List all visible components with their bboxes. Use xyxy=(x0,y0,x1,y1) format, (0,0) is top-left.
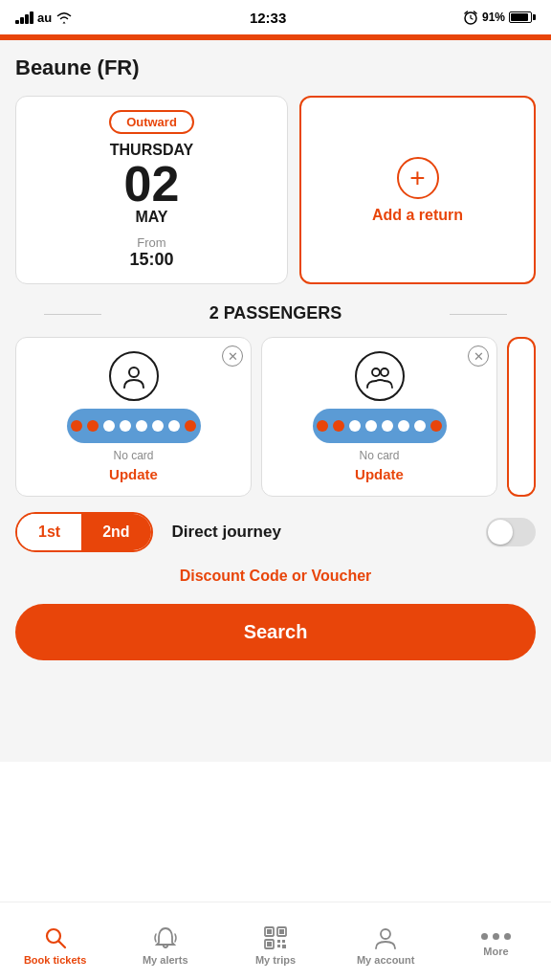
date-number: 02 xyxy=(124,159,180,209)
loyalty-card-2 xyxy=(313,409,447,443)
carrier-label: au xyxy=(37,11,52,25)
battery-icon xyxy=(509,11,536,23)
svg-rect-9 xyxy=(279,929,284,934)
bottom-nav: Book tickets My alerts My trips xyxy=(0,902,551,980)
time-display: 12:33 xyxy=(250,10,286,26)
nav-my-account-label: My account xyxy=(357,954,415,966)
add-passenger-card-partial[interactable] xyxy=(507,337,536,497)
class-2nd-option[interactable]: 2nd xyxy=(81,514,150,550)
dot xyxy=(430,420,442,432)
dot xyxy=(87,420,99,432)
loyalty-dots-2 xyxy=(317,420,442,432)
svg-point-16 xyxy=(381,929,390,939)
passenger-card-2: ✕ xyxy=(261,337,497,497)
date-row: Outward THURSDAY 02 MAY From 15:00 + Add… xyxy=(15,96,536,284)
bell-icon xyxy=(153,925,178,950)
person-icon xyxy=(121,363,147,390)
signal-icon xyxy=(15,11,33,24)
nav-more[interactable]: More xyxy=(441,902,551,980)
svg-point-1 xyxy=(129,368,139,377)
update-passenger-1-button[interactable]: Update xyxy=(109,466,158,482)
passengers-heading: 2 PASSENGERS xyxy=(15,303,536,323)
passenger-card-1: ✕ No card Upda xyxy=(15,337,252,497)
dot xyxy=(120,420,131,432)
no-card-label-1: No card xyxy=(113,449,153,462)
svg-rect-14 xyxy=(277,945,280,947)
direct-journey-label: Direct journey xyxy=(172,523,467,542)
outward-card: Outward THURSDAY 02 MAY From 15:00 xyxy=(15,96,288,284)
passengers-row: ✕ No card Upda xyxy=(15,337,536,497)
dot xyxy=(382,420,393,432)
page-title: Beaune (FR) xyxy=(15,56,536,80)
person-icon xyxy=(373,925,398,950)
nav-my-trips[interactable]: My trips xyxy=(220,902,330,980)
nav-my-alerts[interactable]: My alerts xyxy=(110,902,220,980)
passenger-2-avatar xyxy=(355,351,405,401)
remove-passenger-2-button[interactable]: ✕ xyxy=(468,345,489,367)
dot xyxy=(398,420,409,432)
remove-passenger-1-button[interactable]: ✕ xyxy=(222,345,243,367)
passenger-1-avatar xyxy=(109,351,159,401)
from-label: From xyxy=(137,235,165,250)
main-content: Beaune (FR) Outward THURSDAY 02 MAY From… xyxy=(0,40,551,762)
nav-my-account[interactable]: My account xyxy=(331,902,441,980)
svg-rect-12 xyxy=(277,940,280,943)
options-row: 1st 2nd Direct journey xyxy=(15,512,536,552)
time-label: 15:00 xyxy=(129,250,173,270)
month-label: MAY xyxy=(135,209,167,226)
outward-badge: Outward xyxy=(109,110,194,134)
discount-label[interactable]: Discount Code or Voucher xyxy=(180,568,372,584)
dot xyxy=(349,420,361,432)
add-return-button[interactable]: + Add a return xyxy=(299,96,536,284)
no-card-label-2: No card xyxy=(359,449,399,462)
svg-rect-13 xyxy=(282,940,285,943)
nav-book-tickets-label: Book tickets xyxy=(24,954,86,966)
group-icon xyxy=(366,363,393,390)
dot xyxy=(414,420,426,432)
wifi-icon xyxy=(55,11,73,24)
update-passenger-2-button[interactable]: Update xyxy=(355,466,404,482)
dot xyxy=(365,420,377,432)
dot xyxy=(136,420,147,432)
dot xyxy=(333,420,344,432)
alarm-icon xyxy=(463,10,478,25)
discount-row[interactable]: Discount Code or Voucher xyxy=(15,568,536,585)
svg-rect-7 xyxy=(267,929,272,934)
dot xyxy=(168,420,180,432)
search-icon xyxy=(43,925,68,950)
nav-my-trips-label: My trips xyxy=(255,954,296,966)
more-dots-icon xyxy=(481,933,511,940)
nav-more-label: More xyxy=(483,946,508,957)
nav-my-alerts-label: My alerts xyxy=(143,954,188,966)
direct-journey-toggle[interactable] xyxy=(486,518,536,546)
dot xyxy=(152,420,164,432)
dot xyxy=(71,420,82,432)
battery-percent: 91% xyxy=(482,11,505,24)
status-left: au xyxy=(15,11,73,25)
add-return-icon: + xyxy=(397,157,439,199)
svg-point-3 xyxy=(381,368,388,376)
class-toggle[interactable]: 1st 2nd xyxy=(15,512,153,552)
dot xyxy=(185,420,196,432)
dot xyxy=(103,420,115,432)
svg-line-5 xyxy=(58,941,65,947)
add-return-text: Add a return xyxy=(372,207,463,224)
search-button[interactable]: Search xyxy=(15,604,536,660)
nav-book-tickets[interactable]: Book tickets xyxy=(0,902,110,980)
loyalty-dots-1 xyxy=(71,420,196,432)
class-1st-option[interactable]: 1st xyxy=(17,514,81,550)
status-bar: au 12:33 91% xyxy=(0,0,551,34)
svg-point-2 xyxy=(372,368,380,376)
svg-rect-15 xyxy=(282,945,286,948)
svg-rect-11 xyxy=(267,942,272,947)
dot xyxy=(317,420,328,432)
status-right: 91% xyxy=(463,10,536,25)
qr-icon xyxy=(263,925,288,950)
loyalty-card-1 xyxy=(67,409,201,443)
